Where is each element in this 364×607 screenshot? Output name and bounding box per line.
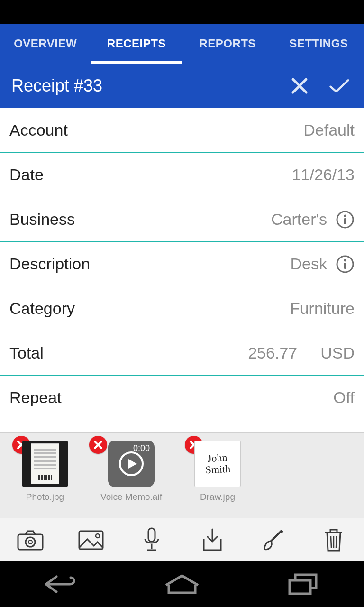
label-category: Category — [9, 299, 75, 318]
tabs: OVERVIEW RECEIPTS REPORTS SETTINGS — [0, 24, 364, 64]
photo-thumbnail — [22, 441, 68, 487]
label-account: Account — [9, 121, 68, 139]
attachment-caption: Photo.jpg — [26, 492, 64, 502]
close-icon — [290, 76, 309, 95]
row-category[interactable]: Category Furniture — [0, 286, 364, 331]
label-description: Description — [9, 255, 90, 273]
attachment-photo[interactable]: Photo.jpg — [19, 441, 71, 502]
play-icon — [118, 451, 144, 477]
row-total[interactable]: Total 256.77 USD — [0, 331, 364, 376]
edit-header: Receipt #33 — [0, 64, 364, 108]
svg-rect-18 — [290, 580, 310, 594]
attachment-toolbar — [0, 518, 364, 561]
microphone-icon — [142, 527, 161, 553]
description-info-button[interactable] — [336, 255, 355, 274]
draw-button[interactable] — [260, 527, 286, 553]
svg-point-8 — [26, 537, 35, 547]
import-button[interactable] — [199, 527, 226, 553]
svg-rect-12 — [148, 528, 155, 542]
label-date: Date — [9, 166, 44, 184]
svg-rect-2 — [344, 218, 346, 224]
image-icon — [78, 530, 104, 551]
attachment-caption: Draw.jpg — [200, 492, 235, 502]
tab-reports[interactable]: REPORTS — [182, 24, 273, 64]
value-date: 11/26/13 — [292, 166, 355, 184]
attachment-drawing[interactable]: JohnSmith Draw.jpg — [191, 441, 244, 502]
check-icon — [329, 76, 350, 95]
value-business: Carter's — [271, 210, 327, 229]
row-business[interactable]: Business Carter's — [0, 197, 364, 242]
brush-icon — [261, 528, 285, 552]
android-navbar — [0, 561, 364, 607]
status-bar — [0, 0, 364, 24]
camera-button[interactable] — [17, 527, 44, 553]
currency-selector[interactable]: USD — [309, 331, 355, 375]
row-repeat[interactable]: Repeat Off — [0, 376, 364, 420]
delete-attachment-button[interactable] — [89, 436, 107, 454]
svg-line-17 — [336, 536, 337, 548]
page-title: Receipt #33 — [11, 76, 289, 96]
attachments-strip: Photo.jpg 0:00 Voice Memo.aif JohnSmith … — [0, 432, 364, 518]
info-icon — [336, 255, 355, 274]
nav-back-button[interactable] — [39, 570, 82, 598]
download-icon — [201, 528, 224, 552]
label-repeat: Repeat — [9, 388, 62, 407]
svg-point-4 — [344, 259, 346, 261]
audio-thumbnail: 0:00 — [108, 441, 155, 487]
value-account: Default — [303, 121, 355, 139]
attachment-caption: Voice Memo.aif — [100, 492, 162, 502]
info-icon — [336, 210, 355, 229]
cancel-button[interactable] — [289, 75, 310, 96]
row-notes[interactable]: Notes — [0, 420, 364, 432]
tab-receipts[interactable]: RECEIPTS — [91, 24, 182, 64]
svg-point-11 — [96, 534, 100, 538]
svg-point-1 — [344, 214, 346, 217]
voice-memo-button[interactable] — [138, 527, 165, 553]
row-date[interactable]: Date 11/26/13 — [0, 153, 364, 197]
receipt-image-icon — [31, 443, 59, 484]
delete-x-icon — [93, 440, 103, 450]
attachment-audio[interactable]: 0:00 Voice Memo.aif — [96, 441, 167, 502]
delete-button[interactable] — [320, 527, 347, 553]
camera-icon — [17, 530, 44, 551]
value-category: Furniture — [290, 299, 355, 318]
gallery-button[interactable] — [78, 527, 104, 553]
home-icon — [163, 574, 201, 595]
recent-apps-icon — [288, 573, 319, 596]
tab-overview[interactable]: OVERVIEW — [0, 24, 91, 64]
svg-line-15 — [331, 536, 331, 548]
trash-icon — [323, 528, 344, 552]
svg-rect-5 — [344, 263, 346, 269]
confirm-button[interactable] — [329, 75, 350, 96]
business-info-button[interactable] — [336, 210, 355, 229]
value-total-amount: 256.77 — [248, 344, 309, 362]
drawing-thumbnail: JohnSmith — [194, 441, 241, 487]
row-account[interactable]: Account Default — [0, 108, 364, 153]
nav-recent-button[interactable] — [282, 570, 325, 598]
signature-icon: JohnSmith — [204, 451, 230, 476]
svg-point-9 — [28, 540, 32, 544]
label-total: Total — [9, 344, 44, 362]
value-description: Desk — [291, 255, 327, 273]
svg-rect-10 — [79, 531, 103, 549]
receipt-form: Account Default Date 11/26/13 Business C… — [0, 108, 364, 432]
back-icon — [42, 574, 79, 595]
label-business: Business — [9, 210, 75, 229]
nav-home-button[interactable] — [161, 570, 203, 598]
value-repeat: Off — [333, 388, 355, 407]
value-total-currency: USD — [320, 344, 355, 362]
audio-duration: 0:00 — [133, 443, 150, 453]
row-description[interactable]: Description Desk — [0, 242, 364, 286]
tab-settings[interactable]: SETTINGS — [273, 24, 364, 64]
